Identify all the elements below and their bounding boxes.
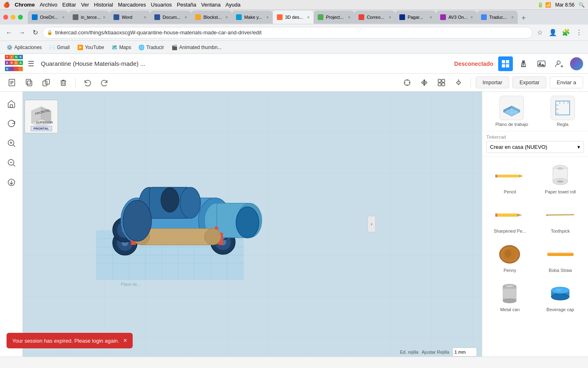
- tab-onedrive[interactable]: OneDri... ×: [28, 11, 69, 24]
- zoom-in-button[interactable]: [3, 135, 20, 151]
- tools-button[interactable]: [516, 56, 531, 71]
- tab-close-docum[interactable]: ×: [185, 15, 187, 20]
- tab-av3[interactable]: AV3 On... ×: [436, 11, 477, 24]
- logo-i: I: [9, 55, 14, 59]
- extensions-icon[interactable]: 🧩: [560, 27, 572, 38]
- redo-button[interactable]: [98, 76, 111, 90]
- rotate-view-button[interactable]: [3, 115, 20, 132]
- bookmark-youtube[interactable]: ▶️ YouTube: [74, 43, 107, 52]
- tab-correo[interactable]: Correo... ×: [354, 11, 395, 24]
- zoom-out-button[interactable]: [3, 155, 20, 171]
- tab-traduc[interactable]: Traduc... ×: [477, 11, 518, 24]
- tab-word[interactable]: Word ×: [109, 11, 150, 24]
- bookmark-star-icon[interactable]: ☆: [534, 27, 546, 38]
- duplicate-button[interactable]: [39, 76, 53, 90]
- copy-button[interactable]: [22, 76, 36, 90]
- tab-pagar[interactable]: Pagar... ×: [395, 11, 436, 24]
- delete-button[interactable]: [56, 76, 70, 90]
- tab-blockst[interactable]: Blockst... ×: [191, 11, 232, 24]
- shape-penny[interactable]: Penny: [486, 238, 535, 276]
- menubar-historial[interactable]: Historial: [94, 2, 113, 8]
- search-icon[interactable]: 🔍: [579, 2, 585, 8]
- tab-project[interactable]: Project... ×: [314, 11, 354, 24]
- menubar-archivo[interactable]: Archivo: [40, 2, 57, 8]
- tab-makey[interactable]: Make y... ×: [232, 11, 273, 24]
- tinkercad-logo[interactable]: T I N K E R C A D: [5, 55, 23, 73]
- shape-pencil[interactable]: Pencil: [486, 160, 535, 197]
- 3d-viewport[interactable]: Plano de...: [23, 92, 482, 357]
- close-window-button[interactable]: [3, 15, 8, 20]
- tab-close-word[interactable]: ×: [144, 15, 146, 20]
- tab-close-correo[interactable]: ×: [389, 15, 391, 20]
- group-button[interactable]: [434, 76, 448, 90]
- tab-3ddesign[interactable]: 3D des... ×: [273, 11, 314, 24]
- bookmark-label-youtube: YouTube: [85, 45, 104, 50]
- more-menu-icon[interactable]: ⋮: [573, 27, 585, 38]
- tab-close-makey[interactable]: ×: [266, 15, 269, 20]
- menubar-ver[interactable]: Ver: [81, 2, 89, 8]
- back-button[interactable]: ←: [3, 27, 15, 38]
- bookmark-traducir[interactable]: 🌐 Traducir: [135, 43, 167, 52]
- menubar-ventana[interactable]: Ventana: [201, 2, 221, 8]
- bookmark-gmail[interactable]: ✉️ Gmail: [46, 43, 73, 52]
- measure-button[interactable]: [400, 76, 414, 90]
- workplane-button[interactable]: Plano de trabajo: [495, 96, 528, 127]
- tab-close-traduc[interactable]: ×: [511, 15, 514, 20]
- grid-down-button[interactable]: [3, 174, 20, 191]
- panel-collapse-button[interactable]: ›: [368, 216, 376, 232]
- menubar-marcadores[interactable]: Marcadores: [118, 2, 146, 8]
- toast-close-button[interactable]: ×: [123, 337, 127, 344]
- tab-close-av3[interactable]: ×: [470, 15, 473, 20]
- tab-interce[interactable]: in_terce... ×: [69, 11, 109, 24]
- menubar-usuarios[interactable]: Usuarios: [151, 2, 172, 8]
- minimize-window-button[interactable]: [11, 15, 16, 20]
- menubar-pestana[interactable]: Pestaña: [177, 2, 196, 8]
- bookmark-aplicaciones[interactable]: ⚙️ Aplicaciones: [3, 43, 45, 52]
- align-button[interactable]: [417, 76, 431, 90]
- import-button[interactable]: Importar: [476, 76, 509, 88]
- shape-boba-straw[interactable]: Boba Straw: [536, 238, 585, 276]
- undo-button[interactable]: [80, 76, 94, 90]
- svg-rect-29: [442, 79, 445, 82]
- refresh-button[interactable]: ↻: [29, 27, 41, 38]
- address-bar[interactable]: 🔒 tinkercad.com/things/ktiaaoxscgW-quara…: [42, 27, 532, 38]
- grid-value-input[interactable]: [452, 348, 477, 357]
- tab-close-project[interactable]: ×: [348, 15, 350, 20]
- grid-view-button[interactable]: [498, 56, 513, 71]
- new-tab-button[interactable]: +: [518, 12, 529, 24]
- export-button[interactable]: Exportar: [512, 76, 546, 88]
- shape-beverage-cap[interactable]: Beverage cap: [536, 278, 585, 315]
- send-button[interactable]: Enviar a: [550, 76, 583, 88]
- tab-bar: OneDri... × in_terce... × Word × Docum..…: [28, 11, 585, 24]
- shape-sharpened-pencil[interactable]: Sharpened Pe...: [486, 199, 535, 237]
- tab-close-blockst[interactable]: ×: [225, 15, 228, 20]
- new-document-button[interactable]: [5, 76, 19, 90]
- mirror-button[interactable]: [452, 76, 466, 90]
- tab-close-3ddesign[interactable]: ×: [307, 15, 310, 20]
- menubar-ayuda[interactable]: Ayuda: [225, 2, 241, 8]
- menubar-editar[interactable]: Editar: [62, 2, 76, 8]
- view-cube-container[interactable]: SUPERIOR FRONTAL FRONTAL: [24, 100, 58, 133]
- tab-docum[interactable]: Docum... ×: [150, 11, 191, 24]
- add-user-button[interactable]: [552, 56, 567, 71]
- gallery-button[interactable]: [534, 56, 549, 71]
- forward-button[interactable]: →: [16, 27, 28, 38]
- shape-toothpick[interactable]: Toothpick: [536, 199, 585, 237]
- hamburger-menu-icon[interactable]: ☰: [28, 59, 34, 68]
- bookmark-maps[interactable]: 🗺️ Maps: [108, 43, 134, 52]
- shape-metal-can[interactable]: Metal can: [486, 278, 535, 315]
- menubar-chrome[interactable]: Chrome: [15, 2, 35, 8]
- window-controls[interactable]: [3, 15, 23, 20]
- profile-icon[interactable]: 👤: [547, 27, 559, 38]
- home-view-button[interactable]: [3, 96, 20, 112]
- shape-paper-towel-roll[interactable]: Paper towel roll: [536, 160, 585, 197]
- maximize-window-button[interactable]: [18, 15, 23, 20]
- bookmark-animated[interactable]: 🎬 Animated thumbn...: [168, 43, 225, 52]
- user-avatar[interactable]: [570, 57, 583, 70]
- apple-menu[interactable]: 🍎: [3, 2, 10, 8]
- tab-close-pagar[interactable]: ×: [430, 15, 432, 20]
- ruler-button[interactable]: Regla: [550, 96, 575, 127]
- category-dropdown[interactable]: Crear en casa (NUEVO) ▾: [486, 141, 584, 153]
- tab-close-onedrive[interactable]: ×: [62, 15, 65, 20]
- tab-close-interce[interactable]: ×: [103, 15, 105, 20]
